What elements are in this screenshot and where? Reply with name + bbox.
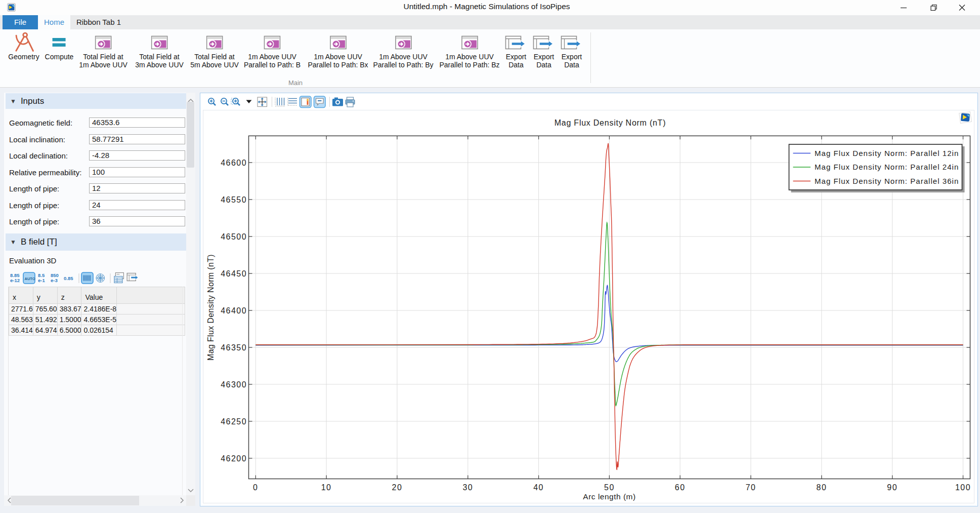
- svg-text:Mag Flux Density Norm (nT): Mag Flux Density Norm (nT): [555, 119, 666, 127]
- svg-text:46550: 46550: [221, 195, 247, 204]
- svg-text:10: 10: [321, 483, 332, 492]
- svg-text:60: 60: [675, 483, 686, 492]
- svg-text:46400: 46400: [221, 306, 247, 315]
- svg-text:40: 40: [533, 483, 544, 492]
- svg-text:90: 90: [887, 483, 898, 492]
- svg-text:Mag Flux Density Norm: Paralle: Mag Flux Density Norm: Parallel 12in: [815, 149, 959, 157]
- svg-text:e-3: e-3: [51, 278, 58, 283]
- svg-text:Mag Flux Density Norm: Paralle: Mag Flux Density Norm: Parallel 24in: [815, 163, 959, 171]
- svg-text:50: 50: [604, 483, 615, 492]
- svg-text:AUTO: AUTO: [25, 277, 35, 281]
- svg-text:20: 20: [392, 483, 403, 492]
- svg-text:46200: 46200: [221, 454, 247, 463]
- svg-text:80: 80: [817, 483, 827, 492]
- svg-text:70: 70: [746, 483, 756, 492]
- svg-text:46450: 46450: [221, 269, 247, 278]
- svg-text:Mag Flux Density Norm (nT): Mag Flux Density Norm (nT): [206, 254, 215, 361]
- svg-text:0.85: 0.85: [64, 275, 73, 281]
- svg-text:100: 100: [955, 483, 971, 492]
- svg-text:Mag Flux Density Norm: Paralle: Mag Flux Density Norm: Parallel 36in: [815, 177, 959, 185]
- svg-text:46300: 46300: [221, 380, 247, 389]
- svg-text:e-1: e-1: [38, 278, 45, 283]
- svg-text:46350: 46350: [221, 343, 247, 352]
- svg-text:0: 0: [253, 483, 258, 492]
- svg-text:e-12: e-12: [10, 278, 20, 283]
- svg-text:30: 30: [462, 483, 473, 492]
- svg-text:46500: 46500: [221, 232, 247, 241]
- svg-text:46250: 46250: [221, 417, 247, 426]
- svg-text:Arc length (m): Arc length (m): [583, 492, 635, 501]
- svg-text:46600: 46600: [221, 159, 247, 167]
